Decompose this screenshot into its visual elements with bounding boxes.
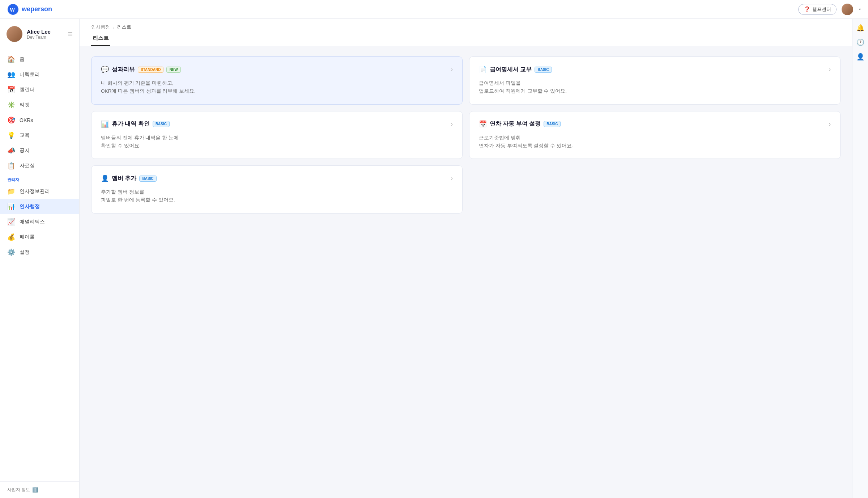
user-team: Dev Team: [27, 35, 63, 40]
card-leave-check[interactable]: 📊 휴가 내역 확인 BASIC › 멤버들의 전체 휴가 내역을 한 눈에 확…: [91, 111, 463, 159]
nav-label-hr-admin: 인사행정: [20, 203, 40, 210]
sidebar-item-home[interactable]: 🏠 홈: [0, 52, 79, 67]
sidebar-item-settings[interactable]: ⚙️ 설정: [0, 245, 79, 260]
card-header: 📄 급여명세서 교부 BASIC ›: [479, 66, 831, 73]
analytics-icon: 📈: [7, 218, 15, 226]
sidebar-item-okrs[interactable]: 🎯 OKRs: [0, 113, 79, 128]
sidebar-user-area: Alice Lee Dev Team ☰: [0, 19, 79, 48]
top-navigation: w weperson ❓ 헬프센터 ▾: [0, 0, 868, 19]
payslip-title: 급여명세서 교부: [490, 66, 532, 73]
sidebar: Alice Lee Dev Team ☰ 🏠 홈 👥 디렉토리 📅 캘린더 ✳️…: [0, 19, 80, 498]
nav-label-resources: 자료실: [20, 163, 35, 169]
add-member-desc: 추가할 멤버 정보를 파일로 한 번에 등록할 수 있어요.: [101, 188, 453, 204]
card-arrow-icon: ›: [451, 175, 453, 182]
card-header: 👤 멤버 추가 BASIC ›: [101, 174, 453, 182]
resources-icon: 📋: [7, 162, 15, 170]
desc-line1: 급여명세서 파일을: [479, 80, 521, 86]
nav-label-analytics: 애널리틱스: [20, 219, 45, 225]
users-icon[interactable]: 👤: [856, 53, 864, 61]
cards-grid-bottom: 👤 멤버 추가 BASIC › 추가할 멤버 정보를 파일로 한 번에 등록할 …: [91, 165, 841, 214]
add-member-icon: 👤: [101, 174, 109, 182]
performance-review-title: 성과리뷰: [112, 66, 135, 73]
desc-line1: 추가할 멤버 정보를: [101, 189, 144, 195]
topnav-right: ❓ 헬프센터 ▾: [798, 4, 861, 15]
card-add-member[interactable]: 👤 멤버 추가 BASIC › 추가할 멤버 정보를 파일로 한 번에 등록할 …: [91, 165, 463, 214]
sidebar-item-education[interactable]: 💡 교육: [0, 128, 79, 143]
performance-review-desc: 내 회사의 평가 기준을 마련하고, OKR에 따른 멤버의 성과를 리뷰해 보…: [101, 79, 453, 96]
directory-icon: 👥: [7, 71, 15, 79]
sidebar-item-analytics[interactable]: 📈 애널리틱스: [0, 214, 79, 229]
card-payslip[interactable]: 📄 급여명세서 교부 BASIC › 급여명세서 파일을 업로드하여 직원에게 …: [469, 56, 841, 105]
card-arrow-icon: ›: [829, 66, 831, 73]
logo-icon: w: [7, 4, 19, 15]
hr-admin-icon: 📊: [7, 203, 15, 211]
breadcrumb: 인사행정 › 리스트: [91, 19, 841, 30]
card-header: 📅 연차 자동 부여 설정 BASIC ›: [479, 120, 831, 128]
card-title-row: 💬 성과리뷰 STANDARD NEW: [101, 66, 181, 73]
card-title-row: 📅 연차 자동 부여 설정 BASIC: [479, 120, 561, 128]
leave-check-desc: 멤버들의 전체 휴가 내역을 한 눈에 확인할 수 있어요.: [101, 134, 453, 150]
sidebar-menu-icon[interactable]: ☰: [68, 31, 73, 38]
hr-info-icon: 📁: [7, 187, 15, 195]
sidebar-item-notice[interactable]: 📣 공지: [0, 143, 79, 158]
desc-line2: 업로드하여 직원에게 교부할 수 있어요.: [479, 88, 567, 94]
home-icon: 🏠: [7, 55, 15, 63]
add-member-title: 멤버 추가: [112, 175, 136, 182]
clock-icon[interactable]: 🕐: [856, 38, 864, 46]
annual-leave-icon: 📅: [479, 120, 487, 128]
desc-line2: 연차가 자동 부여되도록 설정할 수 있어요.: [479, 143, 573, 148]
tab-list[interactable]: 리스트: [91, 30, 110, 46]
sidebar-item-directory[interactable]: 👥 디렉토리: [0, 67, 79, 82]
sidebar-item-ticket[interactable]: ✳️ 티켓: [0, 97, 79, 113]
sidebar-item-resources[interactable]: 📋 자료실: [0, 158, 79, 173]
education-icon: 💡: [7, 131, 15, 139]
performance-review-icon: 💬: [101, 66, 109, 73]
logo-area[interactable]: w weperson: [7, 4, 52, 15]
help-label: 헬프센터: [812, 6, 831, 13]
sidebar-item-hr-info[interactable]: 📁 인사정보관리: [0, 184, 79, 199]
annual-leave-desc: 근로기준법에 맞춰 연차가 자동 부여되도록 설정할 수 있어요.: [479, 134, 831, 150]
avatar-image: [842, 4, 853, 15]
cards-grid: 💬 성과리뷰 STANDARD NEW › 내 회사의 평가 기준을 마련하고,…: [91, 56, 841, 159]
leave-check-title: 휴가 내역 확인: [112, 120, 150, 128]
sidebar-item-payroll[interactable]: 💰 페이롤: [0, 229, 79, 245]
nav-label-directory: 디렉토리: [20, 71, 40, 78]
breadcrumb-current: 리스트: [117, 24, 131, 30]
avatar-sidebar: [7, 26, 22, 42]
calendar-icon: 📅: [7, 86, 15, 94]
settings-icon: ⚙️: [7, 248, 15, 256]
nav-label-ticket: 티켓: [20, 102, 30, 108]
tabs-bar: 리스트: [91, 30, 841, 46]
payslip-desc: 급여명세서 파일을 업로드하여 직원에게 교부할 수 있어요.: [479, 79, 831, 96]
desc-line2: OKR에 따른 멤버의 성과를 리뷰해 보세요.: [101, 88, 196, 94]
nav-label-education: 교육: [20, 132, 30, 139]
sidebar-item-hr-admin[interactable]: 📊 인사행정: [0, 199, 79, 214]
card-arrow-icon: ›: [451, 66, 453, 73]
card-arrow-icon: ›: [829, 121, 831, 127]
main-layout: Alice Lee Dev Team ☰ 🏠 홈 👥 디렉토리 📅 캘린더 ✳️…: [0, 19, 868, 498]
card-performance-review[interactable]: 💬 성과리뷰 STANDARD NEW › 내 회사의 평가 기준을 마련하고,…: [91, 56, 463, 105]
desc-line1: 멤버들의 전체 휴가 내역을 한 눈에: [101, 135, 179, 140]
help-button[interactable]: ❓ 헬프센터: [798, 4, 837, 15]
card-annual-leave[interactable]: 📅 연차 자동 부여 설정 BASIC › 근로기준법에 맞춰 연차가 자동 부…: [469, 111, 841, 159]
breadcrumb-parent[interactable]: 인사행정: [91, 24, 110, 30]
sidebar-footer[interactable]: 사업자 정보 ℹ️: [0, 481, 79, 498]
user-info: Alice Lee Dev Team: [27, 29, 63, 40]
desc-line1: 근로기준법에 맞춰: [479, 135, 521, 140]
annual-leave-title: 연차 자동 부여 설정: [490, 120, 541, 128]
card-title-row: 👤 멤버 추가 BASIC: [101, 174, 157, 182]
badge-basic: BASIC: [535, 67, 552, 73]
nav-label-calendar: 캘린더: [20, 86, 35, 93]
nav-label-notice: 공지: [20, 147, 30, 154]
bell-icon[interactable]: 🔔: [856, 24, 864, 32]
card-header: 📊 휴가 내역 확인 BASIC ›: [101, 120, 453, 128]
content-header: 인사행정 › 리스트 리스트: [80, 19, 852, 46]
user-menu-chevron[interactable]: ▾: [859, 7, 861, 11]
card-title-row: 📄 급여명세서 교부 BASIC: [479, 66, 552, 73]
badge-standard: STANDARD: [138, 67, 163, 73]
sidebar-item-calendar[interactable]: 📅 캘린더: [0, 82, 79, 97]
info-icon: ℹ️: [32, 487, 38, 493]
user-avatar-top[interactable]: [842, 4, 853, 15]
app-name: weperson: [22, 5, 52, 13]
desc-line2: 파일로 한 번에 등록할 수 있어요.: [101, 197, 175, 203]
